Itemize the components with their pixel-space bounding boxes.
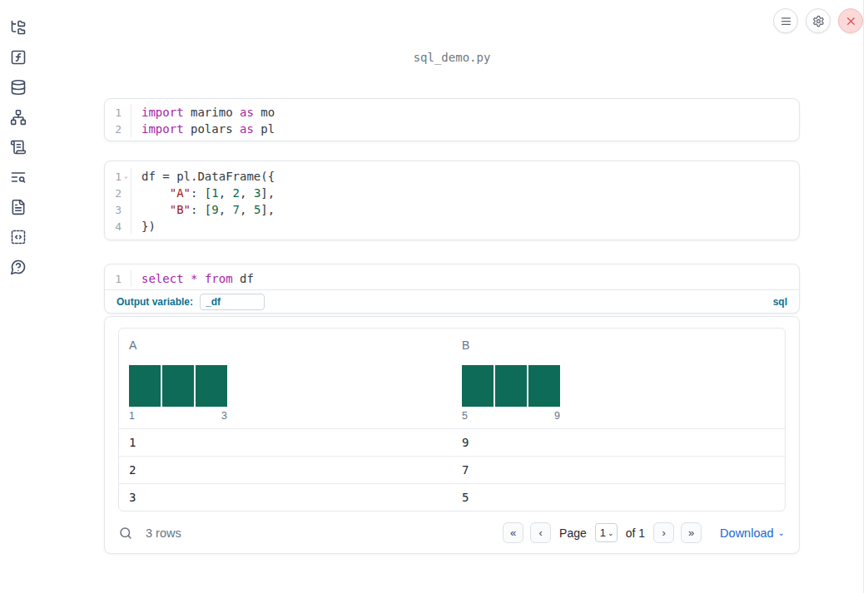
- histogram-labels: 5 9: [462, 410, 560, 423]
- code-cell-dataframe[interactable]: 1⌄df = pl.DataFrame({2 "A": [1, 2, 3],3 …: [104, 161, 800, 240]
- dependency-graph-icon[interactable]: [10, 109, 27, 126]
- histogram-max-label: 9: [554, 410, 560, 422]
- table-cell: 5: [452, 491, 785, 504]
- code-line: 1import marimo as mo: [105, 104, 799, 121]
- table-cell: 1: [119, 436, 452, 449]
- histogram-bar[interactable]: [462, 365, 494, 407]
- line-number: 2: [105, 123, 122, 136]
- code-token: ],: [260, 203, 275, 216]
- code-text: select * from df: [131, 272, 254, 285]
- code-token: select: [141, 272, 184, 285]
- code-token: ],: [260, 186, 275, 200]
- page-select-value: 1: [600, 526, 606, 539]
- sql-cell[interactable]: 1select * from df Output variable: sql: [104, 264, 800, 314]
- help-icon[interactable]: [10, 259, 27, 275]
- table-footer: 3 rows « ‹ Page 1 ⌄ of 1 › » Download ⌄: [105, 511, 799, 554]
- code-token: as: [240, 122, 254, 136]
- histogram-max-label: 3: [221, 410, 227, 422]
- column-histogram[interactable]: [129, 365, 227, 407]
- code-token: [184, 272, 191, 285]
- line-gutter: 2: [105, 185, 131, 201]
- code-text: df = pl.DataFrame({: [131, 170, 275, 183]
- code-token: ,: [219, 203, 233, 216]
- scrollbar-track[interactable]: [863, 0, 864, 593]
- download-button[interactable]: Download ⌄: [720, 526, 785, 540]
- code-token: 2: [233, 186, 240, 200]
- document-icon[interactable]: [10, 199, 27, 215]
- sql-language-badge: sql: [773, 296, 787, 308]
- code-editor: 1import marimo as mo2import polars as pl: [105, 104, 799, 137]
- column-name[interactable]: B: [462, 339, 775, 352]
- column-name[interactable]: A: [129, 339, 442, 352]
- code-token: 7: [233, 203, 240, 216]
- line-gutter: 1⌄: [105, 168, 131, 185]
- table-cell: 9: [452, 436, 785, 449]
- code-token: import: [141, 122, 184, 136]
- table-row[interactable]: 35: [119, 483, 785, 511]
- search-icon[interactable]: [118, 526, 133, 541]
- line-number: 2: [105, 187, 122, 200]
- prev-page-icon[interactable]: ‹: [530, 522, 551, 543]
- table-body: 192735: [119, 428, 785, 511]
- histogram-bar[interactable]: [196, 365, 227, 407]
- code-cell-imports[interactable]: 1import marimo as mo2import polars as pl: [104, 98, 800, 141]
- next-page-icon[interactable]: ›: [653, 522, 674, 543]
- code-token: ,: [240, 186, 254, 200]
- histogram-bar[interactable]: [528, 365, 560, 407]
- code-token: as: [240, 106, 254, 119]
- histogram-bar[interactable]: [162, 365, 194, 407]
- column-header-a[interactable]: A 1 3: [119, 329, 452, 428]
- line-gutter: 3: [105, 201, 131, 218]
- code-text: "A": [1, 2, 3],: [131, 186, 275, 200]
- table-row[interactable]: 27: [119, 456, 785, 483]
- topbar-controls: [773, 8, 863, 33]
- chevron-down-icon: ⌄: [608, 529, 614, 537]
- code-token: "A": [170, 186, 191, 200]
- code-token: import: [141, 106, 184, 119]
- code-token: [141, 186, 170, 200]
- code-token: mo: [254, 106, 275, 119]
- code-token: from: [205, 272, 233, 285]
- fold-toggle-icon[interactable]: ⌄: [122, 173, 131, 180]
- code-line: 2import polars as pl: [105, 121, 799, 137]
- gear-icon[interactable]: [806, 8, 831, 33]
- file-tree-icon[interactable]: [10, 19, 27, 36]
- line-gutter: 1: [105, 104, 131, 121]
- code-token: [141, 203, 170, 216]
- line-number: 1: [105, 170, 122, 183]
- database-icon[interactable]: [10, 79, 27, 96]
- code-token: [197, 272, 204, 285]
- code-token: 1: [211, 186, 218, 200]
- notebook-filename[interactable]: sql_demo.py: [104, 51, 800, 64]
- table-search-icon[interactable]: [10, 169, 27, 185]
- page-select[interactable]: 1 ⌄: [595, 523, 618, 542]
- first-page-icon[interactable]: «: [503, 522, 523, 543]
- code-line: 1⌄df = pl.DataFrame({: [105, 168, 799, 185]
- code-square-icon[interactable]: [10, 229, 27, 245]
- histogram-bar[interactable]: [495, 365, 527, 407]
- line-gutter: 2: [105, 121, 131, 137]
- last-page-icon[interactable]: »: [681, 522, 702, 543]
- code-editor: 1select * from df: [105, 270, 799, 287]
- table-header: A 1 3 B 5 9: [119, 329, 785, 428]
- column-header-b[interactable]: B 5 9: [452, 329, 785, 428]
- row-count: 3 rows: [146, 526, 181, 540]
- table-row[interactable]: 19: [119, 428, 785, 456]
- function-square-icon[interactable]: [10, 49, 27, 66]
- line-number: 4: [105, 220, 122, 233]
- page-label: Page: [559, 526, 587, 540]
- output-variable-input[interactable]: [200, 294, 265, 310]
- pagination: « ‹ Page 1 ⌄ of 1 › » Download ⌄: [503, 522, 785, 543]
- scroll-icon[interactable]: [10, 139, 27, 156]
- line-gutter: 4: [105, 218, 131, 235]
- code-token: polars: [184, 122, 240, 136]
- histogram-bar[interactable]: [129, 365, 161, 407]
- histogram-labels: 1 3: [129, 410, 227, 423]
- line-number: 1: [105, 106, 122, 119]
- code-token: ,: [240, 203, 254, 216]
- line-number: 3: [105, 204, 122, 216]
- column-histogram[interactable]: [462, 365, 560, 407]
- download-label: Download: [720, 526, 774, 540]
- menu-icon[interactable]: [773, 8, 798, 33]
- close-icon[interactable]: [838, 8, 863, 33]
